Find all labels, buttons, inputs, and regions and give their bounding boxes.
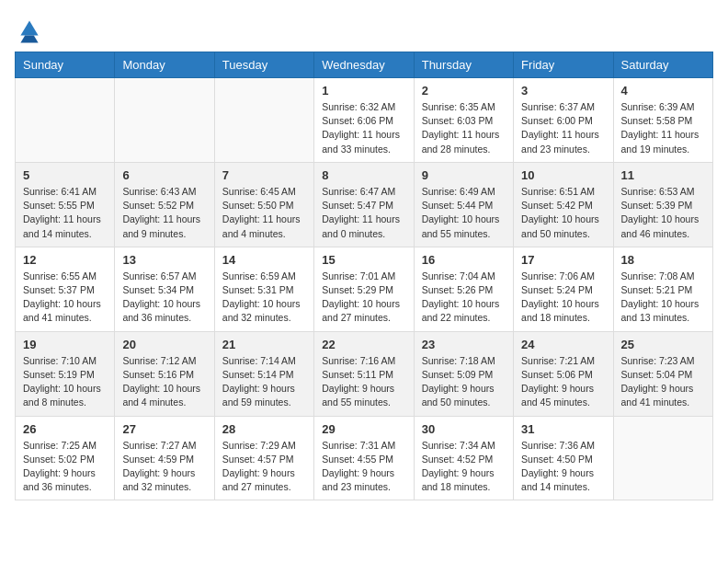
day-info: Sunrise: 7:31 AMSunset: 4:55 PMDaylight:…: [322, 439, 405, 495]
day-number: 21: [222, 338, 306, 351]
calendar-header-tuesday: Tuesday: [214, 52, 313, 78]
day-info: Sunrise: 6:37 AMSunset: 6:00 PMDaylight:…: [521, 100, 605, 156]
day-number: 3: [521, 84, 605, 98]
day-number: 30: [422, 422, 506, 436]
day-info: Sunrise: 7:29 AMSunset: 4:57 PMDaylight:…: [222, 439, 306, 495]
page-header: [15, 15, 713, 44]
calendar-header-friday: Friday: [514, 52, 613, 78]
day-info: Sunrise: 7:21 AMSunset: 5:06 PMDaylight:…: [521, 354, 605, 410]
calendar-week-row: 5Sunrise: 6:41 AMSunset: 5:55 PMDaylight…: [16, 162, 713, 247]
day-info: Sunrise: 6:35 AMSunset: 6:03 PMDaylight:…: [422, 100, 506, 156]
day-number: 19: [23, 338, 107, 351]
day-number: 22: [322, 338, 405, 351]
day-number: 26: [23, 422, 107, 436]
calendar-table: SundayMondayTuesdayWednesdayThursdayFrid…: [15, 52, 713, 500]
day-number: 4: [621, 84, 705, 98]
calendar-day: 24Sunrise: 7:21 AMSunset: 5:06 PMDayligh…: [514, 331, 613, 416]
day-number: 28: [222, 422, 306, 436]
calendar-day: 9Sunrise: 6:49 AMSunset: 5:44 PMDaylight…: [414, 162, 513, 247]
calendar-day: 12Sunrise: 6:55 AMSunset: 5:37 PMDayligh…: [16, 247, 115, 331]
day-info: Sunrise: 7:27 AMSunset: 4:59 PMDaylight:…: [122, 439, 206, 495]
day-info: Sunrise: 7:04 AMSunset: 5:26 PMDaylight:…: [422, 270, 506, 326]
day-number: 10: [521, 168, 605, 182]
calendar-header-sunday: Sunday: [16, 52, 115, 78]
day-number: 11: [621, 168, 705, 182]
day-info: Sunrise: 7:18 AMSunset: 5:09 PMDaylight:…: [422, 354, 506, 410]
calendar-day: 28Sunrise: 7:29 AMSunset: 4:57 PMDayligh…: [214, 416, 313, 500]
calendar-header-thursday: Thursday: [414, 52, 513, 78]
day-info: Sunrise: 6:51 AMSunset: 5:42 PMDaylight:…: [521, 185, 605, 241]
calendar-day: 13Sunrise: 6:57 AMSunset: 5:34 PMDayligh…: [115, 247, 214, 331]
day-number: 27: [122, 422, 206, 436]
day-info: Sunrise: 7:12 AMSunset: 5:16 PMDaylight:…: [122, 354, 206, 410]
calendar-day: 30Sunrise: 7:34 AMSunset: 4:52 PMDayligh…: [414, 416, 513, 500]
day-info: Sunrise: 7:08 AMSunset: 5:21 PMDaylight:…: [621, 270, 705, 326]
calendar-day: 6Sunrise: 6:43 AMSunset: 5:52 PMDaylight…: [115, 162, 214, 247]
day-info: Sunrise: 6:47 AMSunset: 5:47 PMDaylight:…: [322, 185, 405, 241]
calendar-day: 14Sunrise: 6:59 AMSunset: 5:31 PMDayligh…: [214, 247, 313, 331]
calendar-day: 29Sunrise: 7:31 AMSunset: 4:55 PMDayligh…: [314, 416, 414, 500]
day-info: Sunrise: 6:55 AMSunset: 5:37 PMDaylight:…: [23, 270, 107, 326]
day-number: 12: [23, 253, 107, 267]
day-info: Sunrise: 7:16 AMSunset: 5:11 PMDaylight:…: [322, 354, 405, 410]
day-info: Sunrise: 6:32 AMSunset: 6:06 PMDaylight:…: [322, 100, 405, 156]
day-info: Sunrise: 7:25 AMSunset: 5:02 PMDaylight:…: [23, 439, 107, 495]
day-number: 18: [621, 253, 705, 267]
day-number: 2: [422, 84, 506, 98]
calendar-day: [214, 78, 313, 163]
calendar-week-row: 26Sunrise: 7:25 AMSunset: 5:02 PMDayligh…: [16, 416, 713, 500]
calendar-day: 25Sunrise: 7:23 AMSunset: 5:04 PMDayligh…: [613, 331, 712, 416]
day-info: Sunrise: 6:59 AMSunset: 5:31 PMDaylight:…: [222, 270, 306, 326]
day-info: Sunrise: 6:43 AMSunset: 5:52 PMDaylight:…: [122, 185, 206, 241]
calendar-day: 26Sunrise: 7:25 AMSunset: 5:02 PMDayligh…: [16, 416, 115, 500]
calendar-day: 18Sunrise: 7:08 AMSunset: 5:21 PMDayligh…: [613, 247, 712, 331]
calendar-week-row: 12Sunrise: 6:55 AMSunset: 5:37 PMDayligh…: [16, 247, 713, 331]
calendar-day: 19Sunrise: 7:10 AMSunset: 5:19 PMDayligh…: [16, 331, 115, 416]
day-info: Sunrise: 7:06 AMSunset: 5:24 PMDaylight:…: [521, 270, 605, 326]
day-number: 14: [222, 253, 306, 267]
day-number: 15: [322, 253, 405, 267]
day-info: Sunrise: 7:01 AMSunset: 5:29 PMDaylight:…: [322, 270, 405, 326]
calendar-day: 5Sunrise: 6:41 AMSunset: 5:55 PMDaylight…: [16, 162, 115, 247]
day-number: 1: [322, 84, 405, 98]
day-info: Sunrise: 7:14 AMSunset: 5:14 PMDaylight:…: [222, 354, 306, 410]
day-info: Sunrise: 6:39 AMSunset: 5:58 PMDaylight:…: [621, 100, 705, 156]
calendar-header-row: SundayMondayTuesdayWednesdayThursdayFrid…: [16, 52, 713, 78]
day-number: 29: [322, 422, 405, 436]
logo-icon: [15, 15, 44, 44]
calendar-day: 21Sunrise: 7:14 AMSunset: 5:14 PMDayligh…: [214, 331, 313, 416]
calendar-day: 27Sunrise: 7:27 AMSunset: 4:59 PMDayligh…: [115, 416, 214, 500]
day-info: Sunrise: 6:45 AMSunset: 5:50 PMDaylight:…: [222, 185, 306, 241]
calendar-day: 22Sunrise: 7:16 AMSunset: 5:11 PMDayligh…: [314, 331, 414, 416]
day-number: 25: [621, 338, 705, 351]
logo: [15, 15, 48, 44]
day-info: Sunrise: 7:34 AMSunset: 4:52 PMDaylight:…: [422, 439, 506, 495]
calendar-week-row: 19Sunrise: 7:10 AMSunset: 5:19 PMDayligh…: [16, 331, 713, 416]
day-info: Sunrise: 7:10 AMSunset: 5:19 PMDaylight:…: [23, 354, 107, 410]
day-number: 7: [222, 168, 306, 182]
calendar-day: 17Sunrise: 7:06 AMSunset: 5:24 PMDayligh…: [514, 247, 613, 331]
calendar-day: 10Sunrise: 6:51 AMSunset: 5:42 PMDayligh…: [514, 162, 613, 247]
day-number: 31: [521, 422, 605, 436]
svg-marker-0: [20, 20, 38, 35]
day-number: 20: [122, 338, 206, 351]
calendar-day: 4Sunrise: 6:39 AMSunset: 5:58 PMDaylight…: [613, 78, 712, 163]
calendar-day: 8Sunrise: 6:47 AMSunset: 5:47 PMDaylight…: [314, 162, 414, 247]
calendar-day: [16, 78, 115, 163]
calendar-day: 2Sunrise: 6:35 AMSunset: 6:03 PMDaylight…: [414, 78, 513, 163]
day-info: Sunrise: 6:41 AMSunset: 5:55 PMDaylight:…: [23, 185, 107, 241]
calendar-day: 20Sunrise: 7:12 AMSunset: 5:16 PMDayligh…: [115, 331, 214, 416]
day-number: 24: [521, 338, 605, 351]
calendar-day: 15Sunrise: 7:01 AMSunset: 5:29 PMDayligh…: [314, 247, 414, 331]
calendar-day: 16Sunrise: 7:04 AMSunset: 5:26 PMDayligh…: [414, 247, 513, 331]
day-info: Sunrise: 6:53 AMSunset: 5:39 PMDaylight:…: [621, 185, 705, 241]
day-number: 5: [23, 168, 107, 182]
day-number: 8: [322, 168, 405, 182]
day-info: Sunrise: 7:23 AMSunset: 5:04 PMDaylight:…: [621, 354, 705, 410]
calendar-day: [115, 78, 214, 163]
svg-marker-1: [20, 35, 38, 42]
calendar-day: 11Sunrise: 6:53 AMSunset: 5:39 PMDayligh…: [613, 162, 712, 247]
day-number: 13: [122, 253, 206, 267]
calendar-day: 7Sunrise: 6:45 AMSunset: 5:50 PMDaylight…: [214, 162, 313, 247]
calendar-day: 1Sunrise: 6:32 AMSunset: 6:06 PMDaylight…: [314, 78, 414, 163]
